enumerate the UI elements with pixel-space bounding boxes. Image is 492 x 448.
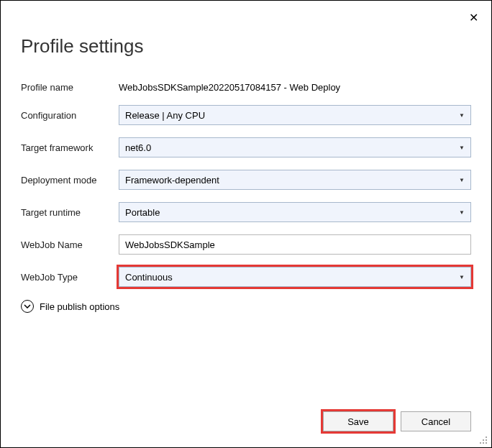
dialog-title: Profile settings: [21, 35, 471, 58]
chevron-down-icon: ▼: [459, 177, 465, 183]
target-framework-row: Target framework net6.0 ▼: [21, 137, 471, 157]
chevron-down-icon: ▼: [459, 112, 465, 119]
webjob-name-input[interactable]: [119, 234, 471, 255]
file-publish-options-label: File publish options: [40, 301, 119, 312]
target-runtime-dropdown[interactable]: Portable ▼: [119, 202, 471, 222]
target-runtime-label: Target runtime: [21, 207, 119, 218]
target-runtime-row: Target runtime Portable ▼: [21, 202, 471, 222]
target-runtime-value: Portable: [125, 207, 160, 218]
webjob-name-label: WebJob Name: [21, 239, 119, 250]
svg-point-0: [486, 436, 487, 438]
profile-name-label: Profile name: [21, 82, 119, 93]
target-framework-label: Target framework: [21, 142, 119, 153]
cancel-button-label: Cancel: [422, 416, 450, 427]
profile-name-value: WebJobsSDKSample20220517084157 - Web Dep…: [119, 82, 340, 93]
profile-name-row: Profile name WebJobsSDKSample20220517084…: [21, 82, 471, 93]
webjob-type-value: Continuous: [125, 272, 173, 283]
cancel-button[interactable]: Cancel: [401, 411, 471, 431]
svg-point-1: [483, 439, 484, 441]
svg-point-3: [480, 442, 481, 444]
svg-point-2: [486, 439, 487, 441]
close-button[interactable]: ✕: [469, 12, 478, 24]
target-framework-value: net6.0: [125, 142, 151, 153]
file-publish-options-expander[interactable]: File publish options: [21, 300, 471, 313]
svg-point-4: [483, 442, 484, 444]
configuration-row: Configuration Release | Any CPU ▼: [21, 105, 471, 125]
chevron-down-icon: ▼: [459, 209, 465, 216]
profile-settings-dialog: ✕ Profile settings Profile name WebJobsS…: [0, 0, 492, 448]
configuration-dropdown[interactable]: Release | Any CPU ▼: [119, 105, 471, 125]
configuration-label: Configuration: [21, 110, 119, 121]
close-icon: ✕: [469, 12, 478, 24]
webjob-name-row: WebJob Name: [21, 234, 471, 255]
deployment-mode-value: Framework-dependent: [125, 175, 219, 186]
resize-grip-icon: [479, 436, 488, 444]
expand-icon: [21, 300, 34, 313]
chevron-down-icon: ▼: [459, 274, 465, 280]
webjob-type-row: WebJob Type Continuous ▼: [21, 267, 471, 287]
save-button-label: Save: [347, 416, 369, 427]
deployment-mode-label: Deployment mode: [21, 175, 119, 186]
webjob-type-label: WebJob Type: [21, 272, 119, 283]
configuration-value: Release | Any CPU: [125, 110, 205, 121]
chevron-down-icon: ▼: [459, 145, 465, 151]
dialog-buttons: Save Cancel: [323, 411, 471, 431]
webjob-type-dropdown[interactable]: Continuous ▼: [119, 267, 471, 287]
save-button[interactable]: Save: [323, 411, 393, 431]
svg-point-5: [486, 442, 487, 444]
deployment-mode-dropdown[interactable]: Framework-dependent ▼: [119, 170, 471, 190]
target-framework-dropdown[interactable]: net6.0 ▼: [119, 137, 471, 157]
deployment-mode-row: Deployment mode Framework-dependent ▼: [21, 170, 471, 190]
